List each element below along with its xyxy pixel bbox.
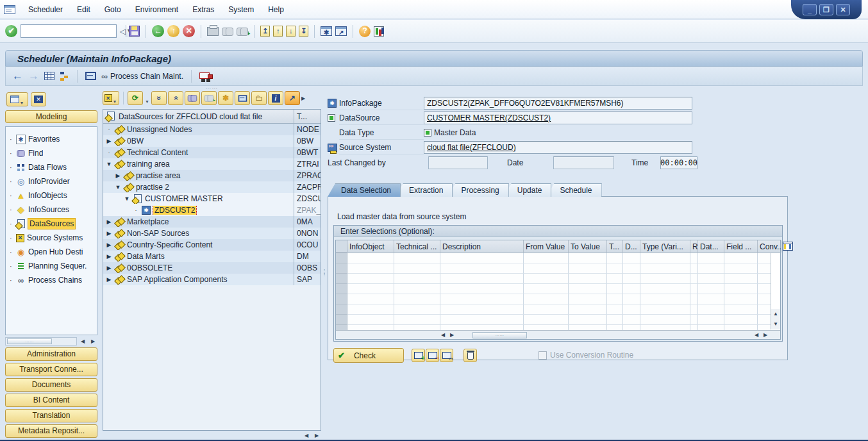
tree-node[interactable]: ▶ 0BW 0BW [103, 135, 321, 147]
grid-cell[interactable] [440, 294, 524, 304]
sidebar-item-process-chains[interactable]: ·∞ Process Chains [6, 273, 97, 287]
collapse-icon[interactable]: ▼ [106, 161, 112, 167]
scrollbar-track[interactable]: ⋯⋯ [5, 337, 77, 345]
sidebar-item-source-systems[interactable]: ·✕ Source Systems [6, 231, 97, 245]
expand-all-button[interactable]: » [151, 91, 167, 105]
tab-data-selection[interactable]: Data Selection [328, 183, 401, 197]
grid-cell[interactable] [623, 325, 640, 330]
grid-cell[interactable] [347, 325, 394, 330]
back-icon[interactable]: ← [152, 25, 164, 37]
grid-cell[interactable] [640, 294, 690, 304]
back-arrow-icon[interactable]: ← [12, 71, 23, 81]
grid-cell[interactable] [690, 263, 698, 274]
grid-cell[interactable] [394, 284, 440, 294]
grid-cell[interactable] [524, 315, 569, 325]
grid-cell[interactable] [569, 253, 607, 263]
column-header[interactable]: T... [607, 240, 623, 253]
grid-cell[interactable] [347, 294, 394, 304]
section-button-metadata-repository[interactable]: Metadata Reposit... [5, 424, 97, 438]
panel-splitter[interactable]: ⁞⁞ [322, 91, 327, 440]
tab-update[interactable]: Update [504, 183, 552, 197]
search-button[interactable] [185, 91, 200, 105]
grid-cell[interactable] [623, 315, 640, 325]
previous-page-icon[interactable]: ↑ [273, 26, 283, 37]
sidebar-item-open-hub[interactable]: ·◉ Open Hub Desti [6, 245, 97, 259]
column-header[interactable]: InfoObject [347, 240, 394, 253]
date-field[interactable] [553, 156, 614, 169]
refresh-button[interactable]: ⟳ [128, 91, 143, 105]
grid-cell[interactable] [569, 263, 607, 274]
create-button[interactable]: ✱ [218, 91, 233, 105]
transport-truck-icon[interactable] [199, 72, 213, 81]
grid-cell[interactable] [394, 315, 440, 325]
grid-cell[interactable] [623, 304, 640, 315]
grid-cell[interactable] [569, 284, 607, 294]
first-page-icon[interactable]: ↥ [260, 26, 270, 37]
grid-cell[interactable] [698, 315, 724, 325]
tree-node[interactable]: ▶ 0OBSOLETE 0OBS [103, 262, 321, 274]
system-menu-icon[interactable] [4, 5, 15, 14]
scroll-right-icon[interactable]: ▶ [88, 337, 97, 345]
overview-table-icon[interactable] [44, 72, 54, 80]
tree-node[interactable]: ▶ Data Marts DM [103, 251, 321, 262]
save-icon[interactable] [129, 26, 140, 37]
modeling-section-button[interactable]: Modeling [5, 110, 97, 123]
grid-cell[interactable] [698, 274, 724, 284]
collapse-icon[interactable]: ▼ [115, 184, 121, 190]
section-button-documents[interactable]: Documents [5, 378, 97, 392]
sidebar-item-infoobjects[interactable]: ·▲ InfoObjects [6, 188, 97, 203]
collapse-icon[interactable]: ▼ [124, 196, 130, 202]
scroll-left-icon[interactable]: ◀ [752, 331, 761, 339]
grid-cell[interactable] [623, 284, 640, 294]
grid-cell[interactable] [440, 263, 524, 274]
menu-scheduler[interactable]: Scheduler [22, 3, 69, 16]
row-selector[interactable] [336, 304, 347, 315]
menu-help[interactable]: Help [262, 3, 290, 16]
expand-icon[interactable]: ▶ [106, 253, 112, 260]
sidebar-item-find[interactable]: · Find [6, 146, 97, 160]
time-field[interactable]: 00:00:00 [660, 156, 697, 169]
grid-cell[interactable] [569, 294, 607, 304]
grid-cell[interactable] [607, 253, 623, 263]
grid-cell[interactable] [724, 263, 758, 274]
scroll-left-icon[interactable]: ◀ [438, 331, 447, 339]
grid-cell[interactable] [724, 253, 758, 263]
row-selector[interactable] [336, 274, 347, 284]
tree-node[interactable]: · Unassigned Nodes NODE [103, 124, 321, 135]
grid-cell[interactable] [394, 304, 440, 315]
type-column-header[interactable]: T... [294, 110, 321, 123]
section-button-bi-content[interactable]: BI Content [5, 394, 97, 407]
column-header[interactable]: R [690, 240, 698, 253]
grid-cell[interactable] [724, 274, 758, 284]
menu-extras[interactable]: Extras [186, 3, 221, 16]
grid-cell[interactable] [623, 294, 640, 304]
grid-cell[interactable] [524, 253, 569, 263]
grid-cell[interactable] [524, 263, 569, 274]
collapse-all-button[interactable]: » [168, 91, 183, 105]
expand-icon[interactable]: ▶ [106, 219, 112, 225]
sidebar-item-datasources[interactable]: · DataSources [6, 217, 97, 231]
search-next-button[interactable]: + [201, 91, 217, 105]
insert-row-button[interactable] [412, 349, 425, 362]
section-button-translation[interactable]: Translation [5, 409, 97, 422]
customize-layout-icon[interactable] [374, 26, 384, 37]
scroll-up-icon[interactable]: ▲ [771, 309, 780, 319]
find-next-icon[interactable]: + [237, 28, 248, 35]
column-header[interactable]: Technical ... [394, 240, 440, 253]
folder-button[interactable]: 🗀 [251, 91, 267, 105]
refresh-dropdown-icon[interactable]: ▼ [144, 91, 150, 105]
grid-cell[interactable] [347, 284, 394, 294]
row-selector[interactable] [336, 253, 347, 263]
cancel-icon[interactable]: ✕ [183, 25, 195, 37]
grid-cell[interactable] [607, 284, 623, 294]
scroll-right-icon[interactable]: ▶ [312, 431, 321, 440]
process-chain-maint-button[interactable]: ∞ Process Chain Maint. [101, 72, 183, 81]
grid-cell[interactable] [690, 304, 698, 315]
grid-cell[interactable] [623, 274, 640, 284]
monitor-icon[interactable] [85, 72, 96, 80]
grid-cell[interactable] [524, 304, 569, 315]
grid-cell[interactable] [607, 325, 623, 330]
print-icon[interactable] [207, 27, 219, 36]
tree-header[interactable]: DataSources for ZFFCLOUD cloud flat file… [103, 110, 321, 124]
hierarchy-icon[interactable] [60, 71, 69, 81]
